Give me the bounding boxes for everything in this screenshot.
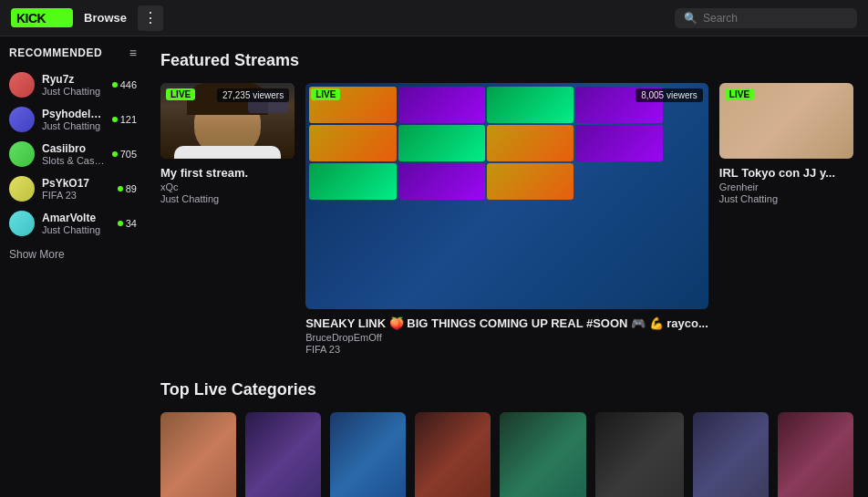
main-content: Featured Streams: [146, 36, 868, 497]
live-dot: [118, 221, 123, 226]
logo[interactable]: KICKBETA: [11, 8, 73, 27]
avatar-amar: [9, 211, 35, 236]
streamer-category: Just Chatting: [42, 224, 110, 235]
live-dot: [112, 117, 118, 122]
avatar-psyho: [9, 107, 35, 132]
streamer-name: Casiibro: [42, 142, 105, 155]
sidebar-item-amar[interactable]: AmarVolte Just Chatting 34: [0, 206, 146, 241]
categories-title: Top Live Categories: [160, 380, 853, 399]
category-music[interactable]: Music 1,913 viewers: [778, 412, 853, 497]
viewer-badge: 27,235 viewers: [217, 88, 289, 102]
stream-category: Just Chatting: [719, 193, 853, 204]
sidebar: Recommended ≡ Ryu7z Just Chatting 446 Ps…: [0, 36, 146, 497]
streamer-name: Grenheir: [719, 181, 853, 192]
live-dot: [112, 82, 118, 88]
stream-title: My first stream.: [160, 166, 294, 180]
header: KICKBETA Browse ⋮ 🔍: [0, 0, 868, 36]
stream-thumbnail-grenheir: LIVE: [719, 83, 853, 159]
stream-category: Just Chatting: [160, 193, 294, 204]
live-badge: LIVE: [725, 88, 754, 100]
viewer-count: 121: [120, 114, 137, 125]
stream-category: FIFA 23: [305, 344, 708, 355]
live-dot: [112, 151, 118, 157]
browse-button[interactable]: Browse: [84, 11, 127, 25]
stream-thumbnail-xqc: LIVE 27,235 viewers: [160, 83, 294, 159]
viewer-count: 705: [120, 149, 137, 160]
sidebar-item-casiibro[interactable]: Casiibro Slots & Casino 705: [0, 137, 146, 171]
category-pools[interactable]: Pools, Hot Tubs ... 3,690 viewers: [500, 412, 586, 497]
search-input[interactable]: [703, 12, 848, 25]
sidebar-header: Recommended ≡: [0, 46, 146, 67]
streamer-name: BruceDropEmOff: [305, 332, 708, 343]
category-cod[interactable]: Call of Duty: War... 3,456 viewers: [595, 412, 684, 497]
featured-title: Featured Streams: [160, 51, 853, 70]
viewer-count: 446: [120, 79, 137, 90]
search-icon: 🔍: [684, 12, 698, 25]
live-dot: [118, 186, 123, 192]
streamer-category: Slots & Casino: [42, 155, 105, 166]
streamer-category: Just Chatting: [42, 120, 105, 131]
stream-card-grenheir[interactable]: LIVE IRL Tokyo con JJ y... Grenheir Just…: [719, 83, 853, 355]
stream-card-bruce[interactable]: LIVE 8,005 viewers SNEAKY LINK 🍑 BIG THI…: [305, 83, 708, 355]
more-options-button[interactable]: ⋮: [138, 5, 163, 31]
streamer-name: PsYkO17: [42, 177, 110, 190]
sidebar-item-ryu7z[interactable]: Ryu7z Just Chatting 446: [0, 67, 146, 102]
viewer-count: 34: [126, 218, 137, 229]
streamer-name: Psyhodelikus: [42, 108, 105, 120]
streamer-name: Ryu7z: [42, 73, 105, 86]
category-fifa[interactable]: FIFA 23 8,145 viewers: [330, 412, 406, 497]
viewer-badge: 8,005 viewers: [636, 88, 703, 102]
viewer-count: 89: [126, 183, 137, 194]
streamer-category: FIFA 23: [42, 190, 110, 201]
body-layout: Recommended ≡ Ryu7z Just Chatting 446 Ps…: [0, 36, 868, 497]
category-just-chatting[interactable]: Just Chatting 35,263 viewers: [160, 412, 236, 497]
stream-title: IRL Tokyo con JJ y...: [719, 166, 853, 180]
streamer-category: Just Chatting: [42, 86, 105, 97]
stream-card-xqc[interactable]: LIVE 27,235 viewers My first stream. xQc…: [160, 83, 294, 355]
categories-section: Top Live Categories Just Chatting 35,263…: [160, 380, 853, 497]
streamer-name: xQc: [160, 181, 294, 192]
featured-section: Featured Streams: [160, 51, 853, 355]
streamer-name: AmarVolte: [42, 212, 110, 224]
avatar-casiibro: [9, 141, 35, 167]
show-more-button[interactable]: Show More: [0, 241, 146, 268]
sidebar-item-psyko[interactable]: PsYkO17 FIFA 23 89: [0, 171, 146, 206]
live-badge: LIVE: [166, 88, 195, 100]
avatar-ryu7z: [9, 72, 35, 98]
sidebar-item-psyho[interactable]: Psyhodelikus Just Chatting 121: [0, 102, 146, 137]
categories-grid: Just Chatting 35,263 viewers Slots & Cas…: [160, 412, 853, 497]
sidebar-collapse-icon[interactable]: ≡: [129, 46, 137, 60]
search-box: 🔍: [675, 8, 857, 28]
category-slots[interactable]: Slots & Casino 19,920 viewers: [245, 412, 321, 497]
featured-grid: LIVE 27,235 viewers My first stream. xQc…: [160, 83, 853, 355]
category-sleeping[interactable]: Just Sleeping 2,005 viewers: [693, 412, 769, 497]
stream-thumbnail-bruce: LIVE 8,005 viewers: [305, 83, 708, 309]
live-badge: LIVE: [311, 88, 340, 100]
avatar-psyko: [9, 176, 35, 202]
stream-title: SNEAKY LINK 🍑 BIG THINGS COMING UP REAL …: [305, 316, 708, 330]
category-gta[interactable]: GTA RP 5,967 viewers: [415, 412, 491, 497]
sidebar-title: Recommended: [9, 47, 102, 59]
